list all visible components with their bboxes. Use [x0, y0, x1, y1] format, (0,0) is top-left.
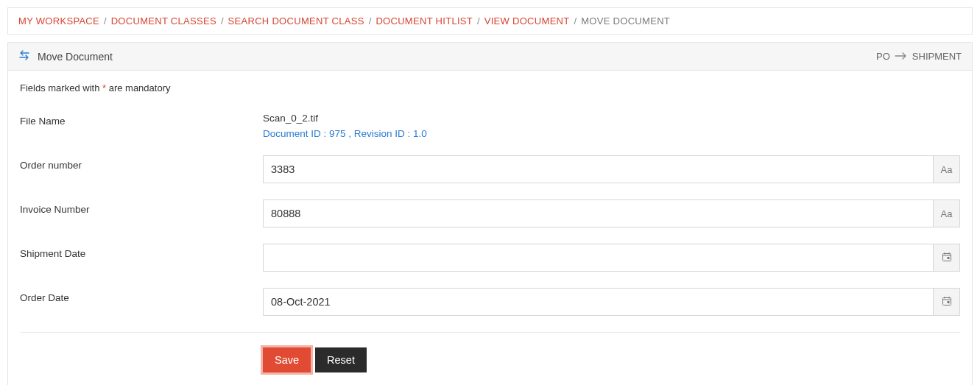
order-date-row: Order Date	[20, 288, 960, 316]
svg-rect-9	[947, 301, 949, 303]
breadcrumb-link-document-classes[interactable]: DOCUMENT CLASSES	[111, 15, 216, 27]
document-id-link[interactable]: Document ID : 975 , Revision ID : 1.0	[263, 128, 427, 139]
breadcrumb-current: MOVE DOCUMENT	[581, 15, 670, 27]
divider	[20, 332, 960, 333]
order-number-label: Order number	[20, 155, 263, 171]
file-name-value: Scan_0_2.tif	[263, 111, 960, 124]
breadcrumb-link-view-document[interactable]: VIEW DOCUMENT	[484, 15, 570, 27]
panel-body: Fields marked with * are mandatory File …	[8, 71, 972, 385]
calendar-icon	[942, 296, 952, 308]
shipment-date-row: Shipment Date	[20, 244, 960, 272]
breadcrumb-link-document-hitlist[interactable]: DOCUMENT HITLIST	[376, 15, 473, 27]
breadcrumb-link-search-document-class[interactable]: SEARCH DOCUMENT CLASS	[228, 15, 364, 27]
breadcrumb-separator: /	[221, 15, 224, 27]
order-number-row: Order number Aa	[20, 155, 960, 183]
invoice-number-row: Invoice Number Aa	[20, 199, 960, 227]
save-button[interactable]: Save	[263, 347, 311, 372]
text-case-button[interactable]: Aa	[934, 155, 960, 183]
arrow-right-icon	[895, 51, 908, 62]
shipment-date-input[interactable]	[263, 244, 934, 272]
shipment-date-label: Shipment Date	[20, 244, 263, 259]
breadcrumb-link-workspace[interactable]: MY WORKSPACE	[18, 15, 99, 27]
move-path-to: SHIPMENT	[912, 51, 962, 62]
mandatory-hint: Fields marked with * are mandatory	[20, 82, 960, 93]
breadcrumb-separator: /	[104, 15, 107, 27]
breadcrumb-separator: /	[574, 15, 577, 27]
svg-rect-4	[947, 257, 949, 259]
move-path: PO SHIPMENT	[876, 51, 962, 62]
calendar-button[interactable]	[934, 288, 960, 316]
calendar-icon	[942, 252, 952, 264]
svg-rect-5	[942, 297, 951, 305]
move-path-from: PO	[876, 51, 890, 62]
button-row: Save Reset	[263, 347, 960, 372]
order-number-input[interactable]	[263, 155, 934, 183]
breadcrumb-separator: /	[477, 15, 480, 27]
file-name-row: File Name Scan_0_2.tif Document ID : 975…	[20, 111, 960, 139]
breadcrumb: MY WORKSPACE / DOCUMENT CLASSES / SEARCH…	[7, 7, 973, 35]
invoice-number-label: Invoice Number	[20, 199, 263, 215]
order-date-input[interactable]	[263, 288, 934, 316]
move-document-panel: Move Document PO SHIPMENT Fields marked …	[7, 42, 973, 385]
hint-suffix: are mandatory	[106, 82, 170, 93]
calendar-button[interactable]	[934, 244, 960, 272]
text-case-button[interactable]: Aa	[934, 199, 960, 227]
reset-button[interactable]: Reset	[315, 347, 367, 372]
svg-rect-0	[942, 253, 951, 261]
file-name-label: File Name	[20, 111, 263, 127]
order-date-label: Order Date	[20, 288, 263, 303]
hint-prefix: Fields marked with	[20, 82, 102, 93]
invoice-number-input[interactable]	[263, 199, 934, 227]
breadcrumb-separator: /	[369, 15, 372, 27]
transfer-icon	[18, 50, 30, 63]
panel-title: Move Document	[38, 51, 113, 63]
panel-header: Move Document PO SHIPMENT	[8, 43, 972, 71]
